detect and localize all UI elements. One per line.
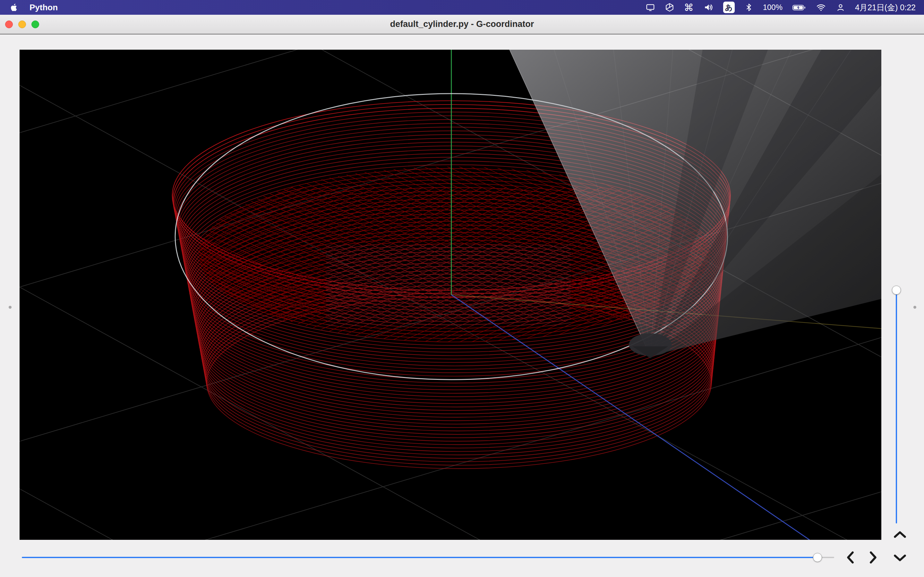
user-account-icon[interactable] <box>836 0 845 15</box>
vertical-slider[interactable] <box>892 285 901 524</box>
viewport-3d[interactable] <box>19 50 881 540</box>
window-title: default_cylinder.py - G-coordinator <box>0 19 924 29</box>
bluetooth-icon[interactable] <box>744 0 753 15</box>
left-pane-dot <box>9 306 11 309</box>
layer-slider-fill <box>22 557 817 558</box>
layer-slider-handle[interactable] <box>813 553 822 562</box>
menu-bar-clock[interactable]: 4月21日(金) 0:22 <box>855 2 916 13</box>
hexagon-icon[interactable] <box>665 0 674 15</box>
right-pane-dot <box>913 306 916 309</box>
apple-menu-icon[interactable] <box>10 0 19 15</box>
window-body <box>0 34 924 577</box>
volume-icon[interactable] <box>703 0 714 15</box>
display-icon[interactable] <box>646 0 655 15</box>
step-down-button[interactable] <box>892 549 908 566</box>
next-layer-button[interactable] <box>864 549 881 566</box>
active-app-name[interactable]: Python <box>29 3 58 13</box>
command-key-icon[interactable]: ⌘ <box>684 0 694 15</box>
close-button[interactable] <box>5 21 13 28</box>
input-source-icon[interactable]: あ <box>723 2 735 13</box>
gcode-3d-scene <box>19 50 881 540</box>
battery-percent-label: 100% <box>763 3 782 12</box>
prev-layer-button[interactable] <box>843 549 859 566</box>
wifi-icon[interactable] <box>816 0 826 15</box>
layer-slider[interactable] <box>22 553 834 562</box>
menu-bar: Python ⌘ あ 100% <box>0 0 924 15</box>
vertical-slider-handle[interactable] <box>892 285 901 295</box>
window-title-bar: default_cylinder.py - G-coordinator <box>0 15 924 34</box>
traffic-lights <box>0 15 39 34</box>
battery-icon[interactable] <box>792 0 806 15</box>
vertical-slider-fill <box>896 290 897 524</box>
step-up-button[interactable] <box>892 527 908 543</box>
zoom-button[interactable] <box>31 21 39 28</box>
minimize-button[interactable] <box>18 21 26 28</box>
